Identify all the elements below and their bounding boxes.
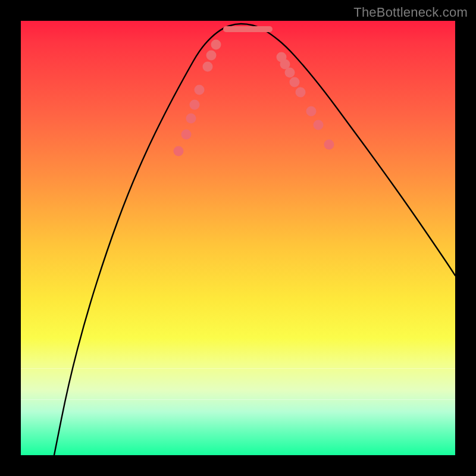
highlight-dot (195, 85, 205, 95)
highlight-dot (211, 40, 221, 50)
highlight-dot (181, 130, 192, 140)
highlight-dot (285, 68, 295, 78)
plot-area (21, 21, 455, 455)
highlight-dots (174, 40, 334, 156)
highlight-dot (174, 146, 184, 156)
highlight-dot (190, 100, 200, 110)
highlight-dot (296, 87, 306, 98)
bottleneck-curve-svg (21, 21, 455, 455)
highlight-dot (203, 62, 213, 72)
highlight-dot (324, 140, 334, 150)
highlight-dot (306, 107, 317, 117)
highlight-dot (290, 77, 300, 87)
bottleneck-curve (54, 24, 455, 455)
highlight-dot (314, 120, 324, 130)
highlight-dot (206, 51, 217, 61)
chart-frame: TheBottleneck.com (0, 0, 476, 476)
watermark-text: TheBottleneck.com (353, 5, 468, 20)
highlight-dot (186, 114, 196, 124)
